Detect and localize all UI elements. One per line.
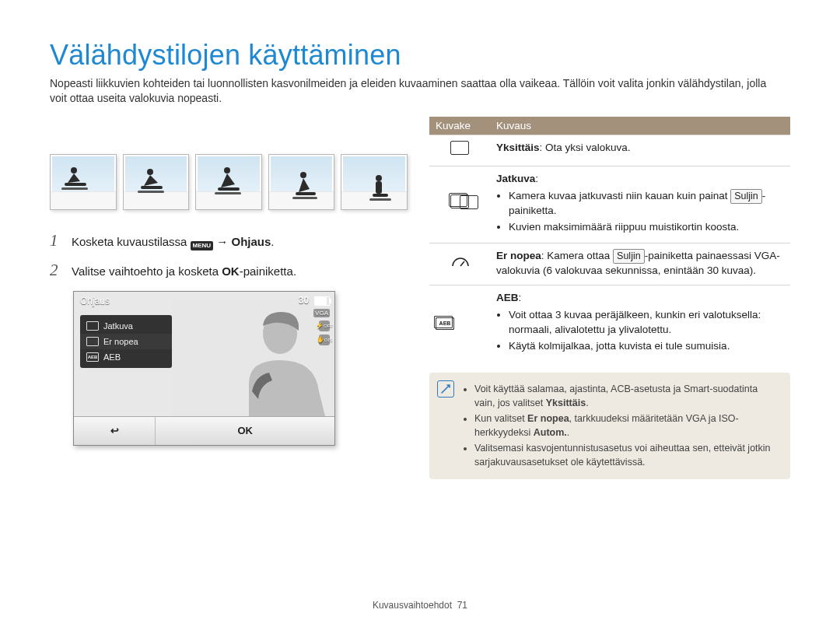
text: Kun valitset xyxy=(474,413,527,424)
intro-paragraph: Nopeasti liikkuvien kohteiden tai luonno… xyxy=(50,76,773,106)
continuous-icon xyxy=(450,194,469,208)
table-row: Yksittäis: Ota yksi valokuva. xyxy=(429,135,790,166)
camera-status-column: 30 VGA ⚡OFF ✋OIS xyxy=(299,295,330,345)
text: . xyxy=(586,398,588,408)
text: : Ota yksi valokuva. xyxy=(540,142,631,153)
text: : xyxy=(535,173,538,184)
step-2: 2 Valitse vaihtoehto ja kosketa OK-paini… xyxy=(50,261,408,280)
mode-icon-cell xyxy=(429,166,490,243)
burst-frame xyxy=(268,154,335,210)
page-number: 71 xyxy=(457,600,467,611)
list-item: Voit ottaa 3 kuvaa peräjälkeen, kunkin e… xyxy=(509,308,784,338)
text: . xyxy=(271,235,274,248)
list-item: Käytä kolmijalkaa, jotta kuvista ei tule… xyxy=(509,339,784,354)
col-header-icon: Kuvake xyxy=(429,117,490,135)
battery-icon xyxy=(314,296,330,306)
two-column-layout: 1 Kosketa kuvaustilassa MENU → Ohjaus. 2… xyxy=(50,117,790,479)
mode-name: AEB xyxy=(496,292,519,303)
back-button[interactable]: ↩ xyxy=(74,417,156,445)
burst-frame xyxy=(195,154,262,210)
ois-icon: ✋OIS xyxy=(319,335,330,345)
mode-icon-cell xyxy=(429,135,490,166)
svg-line-18 xyxy=(460,261,464,266)
svg-point-6 xyxy=(224,167,230,173)
page-footer: Kuvausvaihtoehdot 71 xyxy=(0,600,840,611)
burst-frame xyxy=(123,154,190,210)
table-row: AEB AEB: Voit ottaa 3 kuvaa peräjälkeen,… xyxy=(429,285,790,362)
table-header-row: Kuvake Kuvaus xyxy=(429,117,790,135)
step-number: 2 xyxy=(50,262,64,278)
mode-desc-cell: Jatkuva: Kamera kuvaa jatkuvasti niin ka… xyxy=(490,166,790,243)
svg-point-0 xyxy=(71,167,77,173)
text: -painiketta. xyxy=(240,264,296,278)
menu-item-label: Er nopea xyxy=(103,337,138,346)
highspeed-icon xyxy=(451,255,468,268)
footer-section-label: Kuvausvaihtoehdot xyxy=(373,600,452,611)
step-number: 1 xyxy=(50,233,64,249)
mode-desc-cell: AEB: Voit ottaa 3 kuvaa peräjälkeen, kun… xyxy=(490,285,790,362)
mode-icon-cell xyxy=(429,243,490,285)
highspeed-icon xyxy=(86,337,99,346)
svg-rect-2 xyxy=(61,187,88,190)
shot-count-row: 30 xyxy=(299,295,330,306)
burst-frame xyxy=(341,154,408,210)
text-bold: Autom. xyxy=(534,427,567,438)
manual-page: Välähdystilojen käyttäminen Nopeasti lii… xyxy=(0,0,840,634)
list-item: Kuvien maksimimäärä riippuu muistikortin… xyxy=(509,220,784,235)
note-list: Voit käyttää salamaa, ajastinta, ACB-ase… xyxy=(462,382,779,470)
single-shot-icon xyxy=(450,141,469,155)
menu-item-highspeed[interactable]: Er nopea xyxy=(80,334,172,349)
flash-off-icon: ⚡OFF xyxy=(319,321,330,331)
vga-badge: VGA xyxy=(313,309,330,317)
camera-ui-mock: Ohjaus 30 VGA ⚡OFF ✋OIS Jatkuva xyxy=(73,291,335,446)
shutter-key: Suljin xyxy=(613,249,645,264)
svg-rect-5 xyxy=(138,191,164,193)
menu-item-continuous[interactable]: Jatkuva xyxy=(80,318,172,334)
svg-point-12 xyxy=(376,175,382,181)
mode-name: Yksittäis xyxy=(496,142,540,153)
svg-rect-14 xyxy=(373,194,388,197)
step-1: 1 Kosketa kuvaustilassa MENU → Ohjaus. xyxy=(50,232,408,250)
burst-illustration xyxy=(50,121,408,210)
svg-point-9 xyxy=(300,172,306,178)
right-column: Kuvake Kuvaus Yksittäis: Ota yksi valoku… xyxy=(429,117,790,479)
continuous-icon xyxy=(86,321,99,331)
camera-button-row: ↩ OK xyxy=(74,416,334,445)
menu-item-aeb[interactable]: AEB AEB xyxy=(80,349,172,365)
list-item: Kun valitset Er nopea, tarkkuudeksi määr… xyxy=(474,412,779,440)
table-row: Er nopea: Kamera ottaa Suljin-painiketta… xyxy=(429,243,790,285)
text-bold: Yksittäis xyxy=(546,398,586,408)
desc-list: Kamera kuvaa jatkuvasti niin kauan kuin … xyxy=(496,189,784,235)
svg-rect-8 xyxy=(215,192,241,194)
desc-list: Voit ottaa 3 kuvaa peräjälkeen, kunkin e… xyxy=(496,308,784,354)
aeb-icon: AEB xyxy=(86,352,99,362)
text: Valitse vaihtoehto ja kosketa xyxy=(72,264,222,278)
svg-rect-1 xyxy=(65,183,86,186)
arrow: → xyxy=(216,235,231,248)
note-icon xyxy=(437,380,454,398)
list-item: Valitsemasi kasvojentunnistusasetus voi … xyxy=(474,441,779,469)
menu-item-label: AEB xyxy=(103,352,121,362)
mode-name: Jatkuva xyxy=(496,173,535,184)
svg-rect-10 xyxy=(296,192,316,195)
step-text: Kosketa kuvaustilassa MENU → Ohjaus. xyxy=(72,232,275,250)
mode-icon-cell: AEB xyxy=(429,285,490,362)
mode-name: Er nopea xyxy=(496,250,541,261)
list-item: Voit käyttää salamaa, ajastinta, ACB-ase… xyxy=(474,382,779,410)
menu-item-label: Jatkuva xyxy=(103,321,133,331)
ok-button[interactable]: OK xyxy=(156,417,334,445)
menu-key-icon: MENU xyxy=(191,241,214,250)
text: : xyxy=(519,292,522,303)
text: Kosketa kuvaustilassa xyxy=(72,235,191,248)
shutter-key: Suljin xyxy=(730,189,762,205)
mode-desc-cell: Yksittäis: Ota yksi valokuva. xyxy=(490,135,790,166)
left-column: 1 Kosketa kuvaustilassa MENU → Ohjaus. 2… xyxy=(50,117,408,479)
shot-count: 30 xyxy=(299,295,309,306)
note-box: Voit käyttää salamaa, ajastinta, ACB-ase… xyxy=(429,373,790,479)
list-item: Kamera kuvaa jatkuvasti niin kauan kuin … xyxy=(509,189,784,219)
drive-mode-menu: Jatkuva Er nopea AEB AEB xyxy=(80,315,172,368)
svg-rect-11 xyxy=(292,197,317,199)
svg-rect-4 xyxy=(141,186,163,189)
svg-rect-15 xyxy=(369,198,391,201)
camera-screen-title: Ohjaus xyxy=(80,296,110,306)
